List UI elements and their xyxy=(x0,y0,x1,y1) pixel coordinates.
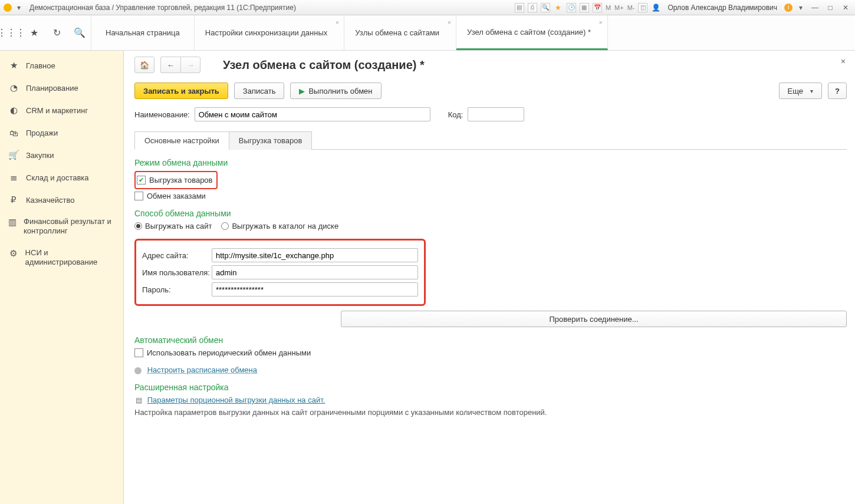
status-dot-icon xyxy=(134,367,142,374)
credentials-highlight: Адрес сайта: Имя пользователя: Пароль: xyxy=(134,239,426,306)
tool-icon[interactable]: ⎙ xyxy=(528,3,537,12)
window-title: Демонстрационная база / Управление торго… xyxy=(29,4,296,12)
section-exchange-mode: Режим обмена данными xyxy=(134,158,847,167)
sidebar-item-finresult[interactable]: ▥Финансовый результат и контроллинг xyxy=(0,211,123,242)
star-icon: ★ xyxy=(8,60,19,71)
app-icon xyxy=(4,4,12,12)
site-address-label: Адрес сайта: xyxy=(142,251,212,260)
info-icon[interactable]: i xyxy=(784,4,792,12)
close-icon[interactable]: × xyxy=(448,19,451,26)
favorite-icon[interactable]: ★ xyxy=(554,3,563,12)
save-and-close-button[interactable]: Записать и закрыть xyxy=(134,83,228,99)
home-button[interactable]: 🏠 xyxy=(134,57,154,73)
tab-label: Настройки синхронизации данных xyxy=(205,28,328,37)
sidebar-item-label: Финансовый результат и контроллинг xyxy=(24,217,115,236)
save-button[interactable]: Записать xyxy=(234,83,285,99)
run-exchange-button[interactable]: ▶Выполнить обмен xyxy=(290,83,381,99)
tool-icon[interactable]: ▤ xyxy=(515,3,524,12)
bag-icon: 🛍 xyxy=(8,127,19,138)
dropdown-icon[interactable]: ▾ xyxy=(796,3,805,12)
sidebar-item-crm[interactable]: ◐CRM и маркетинг xyxy=(0,99,123,121)
sidebar-item-planning[interactable]: ◔Планирование xyxy=(0,77,123,99)
list-icon: ≣ xyxy=(8,172,19,183)
periodic-exchange-checkbox[interactable] xyxy=(134,348,143,357)
tab-label: Выгрузка товаров xyxy=(239,136,302,145)
schedule-link[interactable]: Настроить расписание обмена xyxy=(147,365,257,374)
radio-upload-disk[interactable]: Выгружать в каталог на диске xyxy=(221,222,338,230)
page-title: Узел обмена с сайтом (создание) * xyxy=(223,58,425,72)
mminus-indicator[interactable]: M- xyxy=(627,4,635,11)
piechart-icon: ◐ xyxy=(8,105,19,116)
radio-upload-site[interactable]: Выгружать на сайт xyxy=(134,222,212,230)
forward-button[interactable]: → xyxy=(180,57,200,73)
section-advanced: Расширенная настройка xyxy=(134,383,847,392)
currency-icon: ₽ xyxy=(8,195,19,205)
sidebar-item-sales[interactable]: 🛍Продажи xyxy=(0,121,123,144)
history-icon[interactable]: ↻ xyxy=(51,27,63,39)
code-label: Код: xyxy=(448,110,463,119)
cart-icon: 🛒 xyxy=(8,150,19,160)
dropdown-icon[interactable]: ▾ xyxy=(14,3,24,12)
close-icon[interactable]: × xyxy=(599,19,603,26)
button-label: Еще xyxy=(788,87,803,95)
tab-home[interactable]: Начальная страница xyxy=(91,15,195,50)
password-label: Пароль: xyxy=(142,285,212,294)
user-icon: 👤 xyxy=(651,3,660,12)
site-address-input[interactable] xyxy=(212,248,418,262)
name-label: Наименование: xyxy=(134,110,190,119)
sidebar-item-warehouse[interactable]: ≣Склад и доставка xyxy=(0,166,123,189)
password-input[interactable] xyxy=(212,282,418,297)
apps-icon[interactable]: ⋮⋮⋮ xyxy=(5,27,17,39)
sidebar-item-label: Склад и доставка xyxy=(26,173,89,182)
sidebar-item-label: CRM и маркетинг xyxy=(26,106,88,115)
settings-icon: ▤ xyxy=(134,396,143,404)
close-panel-button[interactable]: × xyxy=(841,57,846,66)
tool-icon[interactable]: 🔍 xyxy=(541,3,550,12)
maximize-button[interactable]: □ xyxy=(824,3,836,12)
current-user[interactable]: Орлов Александр Владимирович xyxy=(667,4,777,12)
search-icon[interactable]: 🔍 xyxy=(74,27,86,39)
calendar-icon[interactable]: 📅 xyxy=(593,3,602,12)
sidebar-item-label: Закупки xyxy=(26,151,54,160)
section-auto-exchange: Автоматический обмен xyxy=(134,335,847,345)
tab-exchange-node-create[interactable]: Узел обмена с сайтом (создание) *× xyxy=(456,15,608,50)
export-goods-checkbox[interactable] xyxy=(137,176,146,185)
play-icon: ▶ xyxy=(299,87,305,95)
section-exchange-method: Способ обмена данными xyxy=(134,209,847,218)
tab-strip: ⋮⋮⋮ ★ ↻ 🔍 Начальная страница Настройки с… xyxy=(0,15,855,51)
sidebar-item-main[interactable]: ★Главное xyxy=(0,54,123,77)
portion-params-link[interactable]: Параметры порционной выгрузки данных на … xyxy=(147,396,325,404)
content-area: × 🏠 ← → Узел обмена с сайтом (создание) … xyxy=(124,51,855,504)
name-input[interactable] xyxy=(195,107,430,121)
more-button[interactable]: Еще xyxy=(779,83,822,99)
sidebar-item-label: Главное xyxy=(26,61,55,70)
mplus-indicator[interactable]: M+ xyxy=(614,4,624,11)
username-input[interactable] xyxy=(212,265,418,279)
tab-sync-settings[interactable]: Настройки синхронизации данных× xyxy=(195,15,345,50)
inner-tab-main[interactable]: Основные настройки xyxy=(134,131,229,150)
star-icon[interactable]: ★ xyxy=(28,27,40,39)
sidebar-item-admin[interactable]: ⚙НСИ и администрирование xyxy=(0,242,123,274)
tab-label: Начальная страница xyxy=(106,28,180,37)
window-titlebar: ▾ Демонстрационная база / Управление тор… xyxy=(0,0,855,15)
inner-tab-goods[interactable]: Выгрузка товаров xyxy=(229,131,313,150)
help-button[interactable]: ? xyxy=(828,83,847,99)
sidebar-item-label: НСИ и администрирование xyxy=(25,248,115,268)
test-connection-button[interactable]: Проверить соединение... xyxy=(341,311,847,327)
tab-exchange-nodes[interactable]: Узлы обмена с сайтами× xyxy=(344,15,456,50)
panel-icon[interactable]: ◫ xyxy=(638,3,647,12)
tool-icon[interactable]: 🕑 xyxy=(567,3,576,12)
code-input[interactable] xyxy=(468,107,524,121)
close-button[interactable]: ✕ xyxy=(840,3,851,12)
checkbox-label: Обмен заказами xyxy=(147,192,206,200)
orders-exchange-checkbox[interactable] xyxy=(134,192,143,200)
sidebar-item-treasury[interactable]: ₽Казначейство xyxy=(0,189,123,211)
close-icon[interactable]: × xyxy=(336,19,339,26)
minimize-button[interactable]: — xyxy=(809,3,821,12)
clock-icon: ◔ xyxy=(8,83,19,93)
m-indicator[interactable]: M xyxy=(606,4,611,11)
sidebar-item-label: Планирование xyxy=(26,84,78,93)
sidebar-item-purchases[interactable]: 🛒Закупки xyxy=(0,144,123,166)
calc-icon[interactable]: ▦ xyxy=(580,3,589,12)
back-button[interactable]: ← xyxy=(160,57,180,73)
